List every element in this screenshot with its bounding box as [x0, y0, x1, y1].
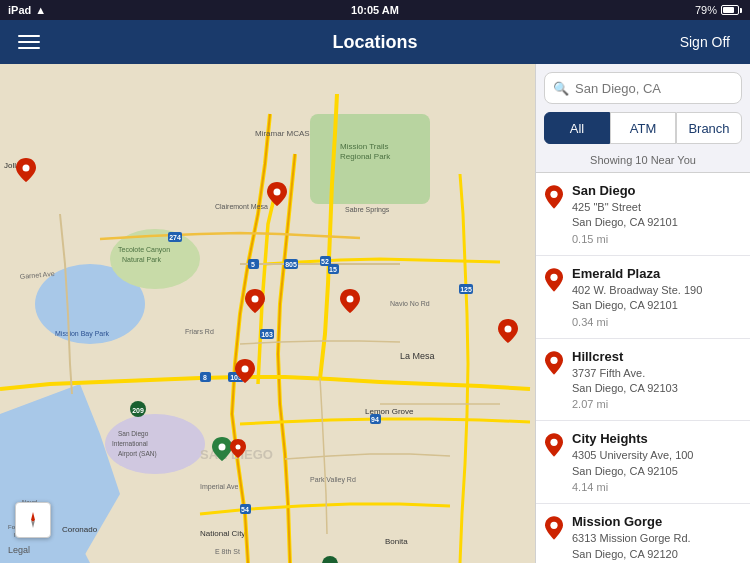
location-name: City Heights [572, 431, 742, 446]
location-pin-icon [544, 351, 564, 375]
svg-text:National City: National City [200, 529, 245, 538]
location-item[interactable]: City Heights 4305 University Ave, 100San… [536, 421, 750, 504]
svg-point-74 [550, 273, 557, 280]
svg-text:163: 163 [261, 331, 273, 338]
svg-text:Bonita: Bonita [385, 537, 408, 546]
location-pin-icon [544, 268, 564, 292]
svg-text:Navio No Rd: Navio No Rd [390, 300, 430, 307]
svg-text:Regional Park: Regional Park [340, 152, 391, 161]
svg-text:Coronado: Coronado [62, 525, 98, 534]
location-info: Hillcrest 3737 Fifth Ave.San Diego, CA 9… [572, 349, 742, 411]
location-pin-icon [544, 433, 564, 457]
svg-text:8: 8 [203, 374, 207, 381]
location-info: Mission Gorge 6313 Mission Gorge Rd.San … [572, 514, 742, 563]
svg-point-77 [550, 522, 557, 529]
location-address: 402 W. Broadway Ste. 190San Diego, CA 92… [572, 283, 742, 314]
nav-bar: Locations Sign Off [0, 20, 750, 64]
svg-text:54: 54 [241, 506, 249, 513]
svg-text:Mission Trails: Mission Trails [340, 142, 388, 151]
svg-text:Friars Rd: Friars Rd [185, 328, 214, 335]
svg-point-56 [242, 366, 249, 373]
location-distance: 2.07 mi [572, 398, 742, 410]
svg-text:La Mesa: La Mesa [400, 351, 435, 361]
svg-text:Miramar MCAS: Miramar MCAS [255, 129, 310, 138]
svg-text:Sabre Springs: Sabre Springs [345, 206, 390, 214]
svg-marker-71 [31, 512, 35, 522]
svg-text:San Diego: San Diego [118, 430, 149, 438]
svg-text:52: 52 [321, 258, 329, 265]
svg-text:Natural Park: Natural Park [122, 256, 161, 263]
location-address: 4305 University Ave, 100San Diego, CA 92… [572, 448, 742, 479]
svg-text:274: 274 [169, 234, 181, 241]
svg-point-58 [347, 296, 354, 303]
location-pin-icon [544, 185, 564, 209]
svg-text:125: 125 [460, 286, 472, 293]
location-distance: 4.14 mi [572, 481, 742, 493]
svg-text:Imperial Ave: Imperial Ave [200, 483, 238, 491]
location-address: 6313 Mission Gorge Rd.San Diego, CA 9212… [572, 531, 742, 562]
compass-button[interactable] [15, 502, 51, 538]
svg-point-73 [550, 191, 557, 198]
map-area: Mission Trails Regional Park Tecolote Ca… [0, 64, 535, 563]
page-title: Locations [332, 32, 417, 53]
sign-off-button[interactable]: Sign Off [672, 30, 738, 54]
search-container: 🔍 San Diego, CA [536, 64, 750, 112]
svg-text:805: 805 [285, 261, 297, 268]
wifi-icon: ▲ [35, 4, 46, 16]
svg-text:209: 209 [132, 407, 144, 414]
location-info: City Heights 4305 University Ave, 100San… [572, 431, 742, 493]
filter-atm-button[interactable]: ATM [610, 112, 676, 144]
svg-text:5: 5 [251, 261, 255, 268]
svg-text:E 8th St: E 8th St [215, 548, 240, 555]
svg-text:Park Valley Rd: Park Valley Rd [310, 476, 356, 484]
location-info: San Diego 425 "B" StreetSan Diego, CA 92… [572, 183, 742, 245]
showing-label: Showing 10 Near You [536, 150, 750, 173]
legal-text: Legal [8, 545, 30, 555]
location-address: 425 "B" StreetSan Diego, CA 92101 [572, 200, 742, 231]
svg-text:International: International [112, 440, 148, 447]
svg-text:Tecolote Canyon: Tecolote Canyon [118, 246, 170, 254]
battery-icon [721, 5, 742, 15]
location-item[interactable]: Mission Gorge 6313 Mission Gorge Rd.San … [536, 504, 750, 563]
battery-percentage: 79% [695, 4, 717, 16]
svg-point-60 [219, 444, 226, 451]
svg-point-59 [505, 326, 512, 333]
filter-bar: All ATM Branch [536, 112, 750, 150]
location-list: San Diego 425 "B" StreetSan Diego, CA 92… [536, 173, 750, 563]
svg-point-61 [236, 445, 241, 450]
svg-point-54 [274, 189, 281, 196]
location-name: Emerald Plaza [572, 266, 742, 281]
svg-text:94: 94 [371, 416, 379, 423]
location-address: 3737 Fifth Ave.San Diego, CA 92103 [572, 366, 742, 397]
svg-point-55 [23, 165, 30, 172]
menu-button[interactable] [12, 29, 46, 55]
location-name: San Diego [572, 183, 742, 198]
location-item[interactable]: Emerald Plaza 402 W. Broadway Ste. 190Sa… [536, 256, 750, 339]
location-distance: 0.34 mi [572, 316, 742, 328]
svg-text:Airport (SAN): Airport (SAN) [118, 450, 157, 458]
location-info: Emerald Plaza 402 W. Broadway Ste. 190Sa… [572, 266, 742, 328]
location-name: Mission Gorge [572, 514, 742, 529]
svg-text:Mission Bay Park: Mission Bay Park [55, 330, 110, 338]
location-item[interactable]: Hillcrest 3737 Fifth Ave.San Diego, CA 9… [536, 339, 750, 422]
filter-all-button[interactable]: All [544, 112, 610, 144]
filter-branch-button[interactable]: Branch [676, 112, 742, 144]
location-distance: 0.15 mi [572, 233, 742, 245]
location-pin-icon [544, 516, 564, 540]
location-name: Hillcrest [572, 349, 742, 364]
search-icon: 🔍 [553, 81, 569, 96]
search-input[interactable]: San Diego, CA [575, 81, 733, 96]
status-time: 10:05 AM [351, 4, 399, 16]
carrier-label: iPad [8, 4, 31, 16]
search-box[interactable]: 🔍 San Diego, CA [544, 72, 742, 104]
svg-point-75 [550, 356, 557, 363]
status-bar: iPad ▲ 10:05 AM 79% [0, 0, 750, 20]
svg-text:Clairemont Mesa: Clairemont Mesa [215, 203, 268, 210]
location-item[interactable]: San Diego 425 "B" StreetSan Diego, CA 92… [536, 173, 750, 256]
right-panel: 🔍 San Diego, CA All ATM Branch Showing 1… [535, 64, 750, 563]
svg-point-57 [252, 296, 259, 303]
svg-point-76 [550, 439, 557, 446]
svg-text:15: 15 [329, 266, 337, 273]
